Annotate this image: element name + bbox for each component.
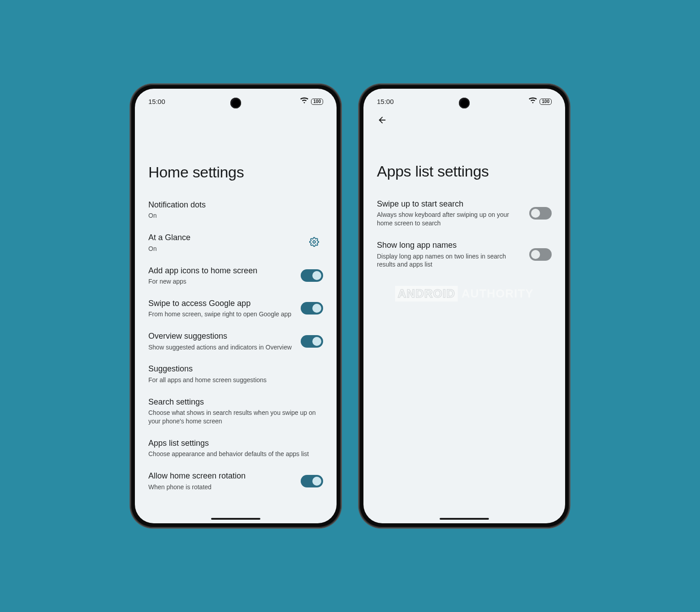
battery-icon: 100 [540,99,552,105]
setting-label: At a Glance [148,233,299,243]
setting-swipe-up-search[interactable]: Swipe up to start search Always show key… [377,193,552,234]
setting-sub: From home screen, swipe right to open Go… [148,310,294,319]
setting-label: Show long app names [377,240,523,250]
toggle-overview-suggestions[interactable] [301,335,323,348]
gear-icon [309,237,319,249]
nav-row [363,110,565,129]
setting-sub: For new apps [148,277,294,286]
setting-sub: For all apps and home screen suggestions [148,376,323,384]
setting-long-app-names[interactable]: Show long app names Display long app nam… [377,234,552,275]
toggle-long-app-names[interactable] [529,248,552,261]
setting-label: Add app icons to home screen [148,266,294,276]
camera-cutout [230,98,241,108]
toggle-add-app-icons[interactable] [301,269,323,282]
setting-label: Swipe to access Google app [148,298,294,309]
setting-sub: Choose what shows in search results when… [148,409,323,426]
setting-sub: On [148,245,299,253]
battery-icon: 100 [311,99,323,105]
setting-label: Suggestions [148,364,323,374]
camera-cutout [459,98,470,108]
setting-label: Overview suggestions [148,331,294,341]
toggle-swipe-google-app[interactable] [301,302,323,315]
phone-mock-right: 15:00 100 Apps list settings Swipe up to… [359,84,570,528]
setting-swipe-google-app[interactable]: Swipe to access Google app From home scr… [148,292,323,325]
page-title: Apps list settings [363,129,565,193]
setting-label: Allow home screen rotation [148,471,294,481]
setting-label: Apps list settings [148,438,323,448]
settings-list[interactable]: Notification dots On At a Glance On [135,194,337,523]
status-right: 100 [300,97,323,106]
setting-label: Search settings [148,397,323,407]
setting-label: Notification dots [148,200,323,210]
status-right: 100 [529,97,552,106]
setting-suggestions[interactable]: Suggestions For all apps and home screen… [148,358,323,390]
status-time: 15:00 [148,98,165,105]
setting-sub: On [148,211,323,220]
setting-allow-rotation[interactable]: Allow home screen rotation When phone is… [148,465,323,497]
arrow-left-icon [377,115,387,127]
gear-button[interactable] [305,237,323,249]
wifi-icon [300,97,308,106]
nav-handle[interactable] [440,518,489,520]
nav-handle[interactable] [211,518,260,520]
toggle-swipe-up-search[interactable] [529,207,552,220]
setting-sub: When phone is rotated [148,483,294,491]
setting-sub: Always show keyboard after swiping up on… [377,211,523,228]
setting-notification-dots[interactable]: Notification dots On [148,194,323,226]
screen-left: 15:00 100 Home settings Notification dot… [135,89,337,523]
screen-right: 15:00 100 Apps list settings Swipe up to… [363,89,565,523]
setting-add-app-icons[interactable]: Add app icons to home screen For new app… [148,259,323,292]
status-time: 15:00 [377,98,394,105]
back-button[interactable] [373,112,391,130]
setting-at-a-glance[interactable]: At a Glance On [148,226,323,259]
wifi-icon [529,97,537,106]
setting-overview-suggestions[interactable]: Overview suggestions Show suggested acti… [148,325,323,358]
svg-point-0 [313,241,315,243]
page-title: Home settings [135,110,337,194]
setting-search-settings[interactable]: Search settings Choose what shows in sea… [148,391,323,432]
setting-apps-list-settings[interactable]: Apps list settings Choose appearance and… [148,432,323,465]
toggle-allow-rotation[interactable] [301,475,323,487]
setting-sub: Choose appearance and behavior defaults … [148,450,323,458]
settings-list[interactable]: Swipe up to start search Always show key… [363,193,565,523]
phone-mock-left: 15:00 100 Home settings Notification dot… [130,84,341,528]
setting-sub: Show suggested actions and indicators in… [148,343,294,352]
setting-sub: Display long app names on two lines in s… [377,252,523,269]
setting-label: Swipe up to start search [377,199,523,209]
